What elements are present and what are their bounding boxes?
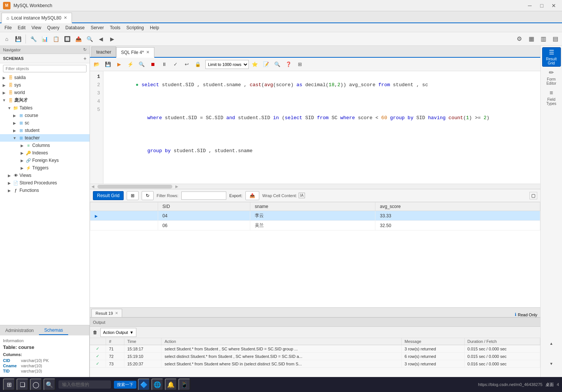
taskbar-task-view-btn[interactable]: ❑ [16, 379, 28, 391]
toolbar-btn-6[interactable]: 🔲 [62, 34, 72, 44]
ed-btn-commit[interactable]: ✓ [170, 59, 181, 70]
filter-objects-input[interactable] [3, 65, 87, 72]
result-grid-icon-btn[interactable]: ⊞ [127, 191, 139, 200]
instance-tab[interactable]: ⌂ Local instance MySQL80 ✕ [1, 13, 72, 23]
limit-dropdown[interactable]: Limit to 1000 rows No Limit Limit to 10 … [205, 60, 249, 69]
right-panel-scroll-down-btn[interactable]: ▼ [542, 354, 561, 373]
tree-item-sakila[interactable]: ▶ 🗄 sakila [0, 74, 90, 81]
toolbar-btn-1[interactable]: ⌂ [1, 34, 12, 44]
close-button[interactable]: ✕ [549, 2, 559, 9]
tab-schemas[interactable]: Schemas [39, 326, 68, 335]
export-btn[interactable]: 📤 [245, 191, 259, 200]
minimize-button[interactable]: ─ [525, 2, 535, 9]
ed-btn-rollback[interactable]: ↩ [181, 59, 192, 70]
menu-view[interactable]: View [28, 24, 44, 31]
tree-item-world[interactable]: ▶ 🗄 world [0, 89, 90, 96]
result-layout-btn[interactable]: ▢ [529, 192, 537, 199]
ed-btn-format[interactable]: 📝 [261, 59, 271, 70]
taskbar-mysql-btn[interactable]: 🔷 [138, 379, 150, 391]
ed-btn-execute-selected[interactable]: ⚡ [125, 59, 136, 70]
result-tab-19[interactable]: Result 19 ✕ [91, 309, 122, 317]
taskbar-app-btn-1[interactable]: 🔔 [165, 379, 177, 391]
ed-btn-stop[interactable]: ⏹ [148, 59, 158, 70]
table-row-2[interactable]: 06 吴兰 32.50 [90, 221, 540, 230]
tree-item-sys[interactable]: ▶ 🗄 sys [0, 81, 90, 89]
toolbar-btn-5[interactable]: 📋 [51, 34, 61, 44]
table-row-1[interactable]: ▶ 04 李云 33.33 [90, 211, 540, 221]
editor-tab-sqlfile[interactable]: SQL File 4* ✕ [116, 47, 154, 58]
tree-item-pangxingcai[interactable]: ▼ 🗄 庞兴才 [0, 96, 90, 104]
tree-item-student[interactable]: ▶ ⊞ student [0, 127, 90, 134]
tree-item-stored-procedures[interactable]: ▶ 📄 Stored Procedures [0, 179, 90, 187]
taskbar-ie-btn[interactable]: 🌐 [151, 379, 163, 391]
toolbar-btn-3[interactable]: 🔧 [28, 34, 39, 44]
ed-btn-save[interactable]: 💾 [103, 59, 113, 70]
ed-btn-autocommit[interactable]: 🔒 [193, 59, 203, 70]
tree-item-triggers[interactable]: ▶ ⚡ Triggers [0, 164, 90, 172]
tree-item-functions[interactable]: ▶ ƒ Functions [0, 187, 90, 194]
ed-btn-pause[interactable]: ⏸ [159, 59, 169, 70]
sql-content-area[interactable]: ● select student.SID , student.sname , c… [103, 71, 540, 184]
result-tab-19-close[interactable]: ✕ [115, 311, 118, 315]
menu-query[interactable]: Query [44, 24, 63, 31]
menu-database[interactable]: Database [63, 24, 88, 31]
toolbar-layout-btn-1[interactable]: ▦ [526, 34, 537, 44]
right-panel-result-grid-btn[interactable]: ☰ ResultGrid [542, 47, 561, 67]
action-output-dropdown[interactable]: Action Output ▼ [100, 328, 136, 337]
result-grid-tab-btn[interactable]: Result Grid [93, 191, 124, 200]
menu-tools[interactable]: Tools [107, 24, 123, 31]
col-header-sid[interactable]: SID [158, 202, 250, 211]
taskbar-start-btn[interactable]: ⊞ [3, 379, 15, 391]
horizontal-scrollbar[interactable]: ◀ ▶ [90, 184, 540, 189]
menu-file[interactable]: File [1, 24, 15, 31]
scroll-thumb[interactable] [97, 185, 172, 189]
maximize-button[interactable]: □ [537, 2, 547, 9]
tree-item-views[interactable]: ▶ 👁 Views [0, 172, 90, 179]
ed-btn-help[interactable]: ❓ [283, 59, 294, 70]
tree-item-teacher[interactable]: ▼ ⊞ teacher [0, 134, 90, 142]
right-panel-scroll-up-btn[interactable]: ▲ [542, 334, 561, 353]
right-panel-field-types-btn[interactable]: ≡ FieldTypes [542, 88, 561, 107]
taskbar-search-input[interactable] [62, 382, 107, 387]
col-header-sname[interactable]: sname [250, 202, 375, 211]
taskbar-search-icon-btn[interactable]: 🔍 [43, 379, 55, 391]
ed-btn-open[interactable]: 📂 [91, 59, 102, 70]
output-clear-btn[interactable]: 🗑 [93, 330, 97, 335]
ed-btn-bookmark[interactable]: ⭐ [250, 59, 260, 70]
tree-item-indexes[interactable]: ▶ 🔑 Indexes [0, 149, 90, 157]
toolbar-btn-4[interactable]: 📊 [39, 34, 50, 44]
col-header-avg-score[interactable]: avg_score [375, 202, 540, 211]
menu-server[interactable]: Server [88, 24, 107, 31]
right-panel-form-editor-btn[interactable]: ✏ FormEditor [542, 67, 561, 87]
sqlfile-tab-close[interactable]: ✕ [146, 50, 149, 55]
tab-administration[interactable]: Administration [0, 326, 39, 335]
ed-btn-explain[interactable]: 🔍 [136, 59, 147, 70]
taskbar-cortana-btn[interactable]: ◯ [30, 379, 42, 391]
toolbar-btn-9[interactable]: ◀ [96, 34, 106, 44]
tree-item-columns[interactable]: ▶ ≡ Columns [0, 142, 90, 149]
toolbar-btn-7[interactable]: 📤 [73, 34, 84, 44]
schemas-add-icon[interactable]: + [84, 55, 87, 61]
ed-btn-show-hide[interactable]: ⊞ [294, 59, 305, 70]
taskbar-app-btn-2[interactable]: 📱 [178, 379, 190, 391]
toolbar-layout-btn-3[interactable]: ▤ [550, 34, 561, 44]
tree-item-sc[interactable]: ▶ ⊞ sc [0, 119, 90, 127]
instance-tab-close[interactable]: ✕ [64, 15, 67, 20]
toolbar-btn-8[interactable]: 🔍 [84, 34, 95, 44]
filter-rows-btn[interactable]: ↻ [142, 191, 154, 200]
ed-btn-search[interactable]: 🔍 [272, 59, 282, 70]
ed-btn-execute-all[interactable]: ▶ [114, 59, 124, 70]
filter-rows-input[interactable] [181, 192, 226, 200]
tree-item-course[interactable]: ▶ ⊞ course [0, 112, 90, 119]
editor-tab-teacher[interactable]: teacher [91, 46, 116, 57]
toolbar-settings-btn[interactable]: ⚙ [514, 34, 525, 44]
menu-edit[interactable]: Edit [15, 24, 28, 31]
tree-item-foreign-keys[interactable]: ▶ 🔗 Foreign Keys [0, 157, 90, 164]
toolbar-btn-2[interactable]: 💾 [13, 34, 23, 44]
menu-scripting[interactable]: Scripting [123, 24, 147, 31]
navigator-refresh-icon[interactable]: ↻ [83, 47, 87, 52]
taskbar-search-btn[interactable]: 搜索一下 [114, 381, 136, 389]
tree-item-tables[interactable]: ▼ 📁 Tables [0, 104, 90, 112]
toolbar-btn-10[interactable]: ▶ [107, 34, 117, 44]
menu-help[interactable]: Help [147, 24, 162, 31]
